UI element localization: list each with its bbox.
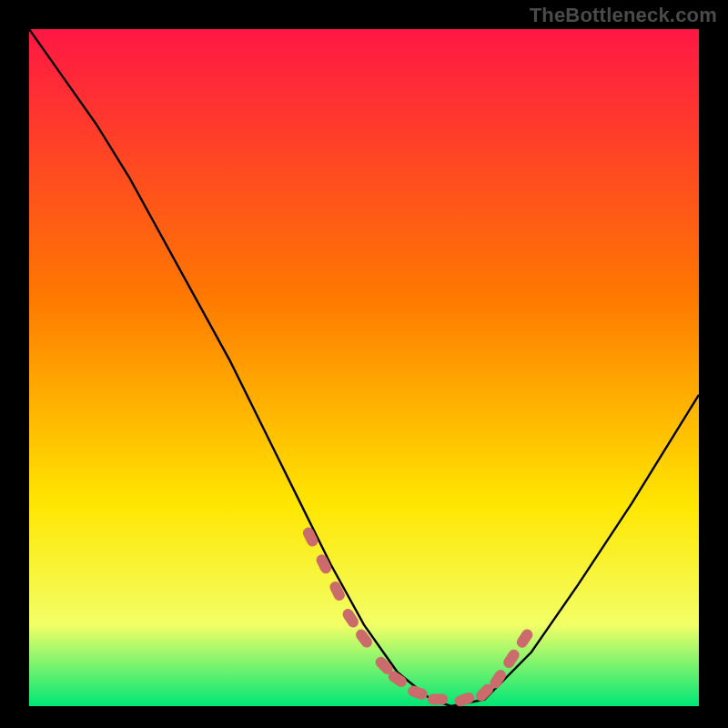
- chart-stage: TheBottleneck.com: [0, 0, 728, 728]
- highlight-dot: [428, 694, 448, 705]
- chart-svg: [0, 0, 728, 728]
- plot-background: [29, 29, 699, 706]
